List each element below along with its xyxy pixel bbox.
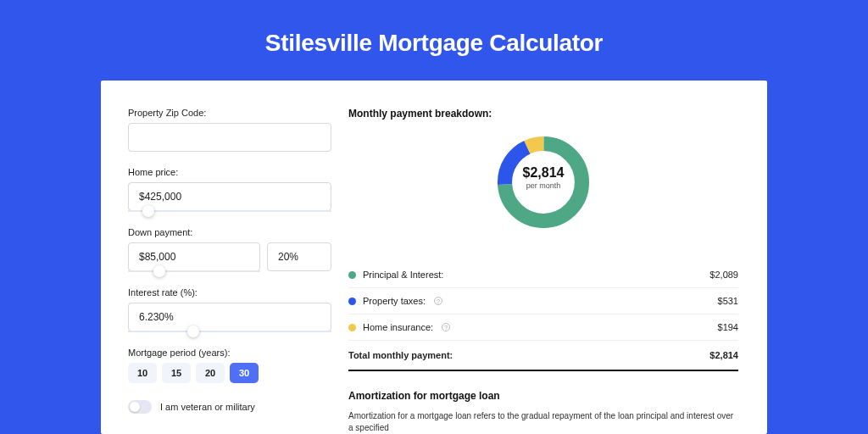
donut-chart: $2,814 per month [348, 131, 738, 243]
zip-label: Property Zip Code: [128, 108, 331, 118]
down-slider[interactable] [128, 270, 260, 272]
breakdown-row-amount: $194 [718, 322, 738, 332]
price-label: Home price: [128, 167, 331, 177]
donut-center-value: $2,814 [492, 165, 594, 181]
period-pill-15[interactable]: 15 [162, 363, 191, 383]
veteran-label: I am veteran or military [160, 402, 255, 412]
donut-center-sub: per month [492, 181, 594, 190]
price-input[interactable] [128, 182, 331, 211]
period-label: Mortgage period (years): [128, 348, 331, 358]
period-pill-30[interactable]: 30 [230, 363, 259, 383]
breakdown-row-amount: $2,089 [709, 270, 738, 280]
rate-label: Interest rate (%): [128, 287, 331, 298]
page-title: Stilesville Mortgage Calculator [0, 0, 868, 81]
breakdown-row-label: Property taxes: [363, 296, 426, 306]
breakdown-row-label: Home insurance: [363, 322, 433, 332]
price-slider[interactable] [128, 210, 331, 212]
down-pct-input[interactable] [267, 242, 331, 271]
veteran-toggle[interactable] [128, 400, 152, 414]
dot-icon [348, 298, 356, 305]
rate-field: Interest rate (%): [128, 287, 331, 332]
form-column: Property Zip Code: Home price: Down paym… [128, 108, 331, 434]
rate-input[interactable] [128, 303, 331, 331]
amortization-text: Amortization for a mortgage loan refers … [348, 410, 738, 434]
breakdown-row-total: Total monthly payment: $2,814 [348, 341, 738, 371]
period-pill-10[interactable]: 10 [128, 363, 157, 383]
zip-input[interactable] [128, 123, 331, 152]
breakdown-row-amount: $531 [718, 296, 738, 306]
breakdown-total-amount: $2,814 [709, 350, 738, 360]
dot-icon [348, 271, 356, 279]
period-field: Mortgage period (years): 10 15 20 30 [128, 348, 331, 383]
breakdown-title: Monthly payment breakdown: [348, 108, 738, 120]
down-input[interactable] [128, 242, 260, 271]
dot-icon [348, 324, 356, 331]
zip-field: Property Zip Code: [128, 108, 331, 152]
breakdown-total-label: Total monthly payment: [348, 350, 453, 360]
breakdown-row-tax: Property taxes: ? $531 [348, 288, 738, 314]
down-field: Down payment: [128, 227, 331, 272]
price-field: Home price: [128, 167, 331, 212]
period-pill-20[interactable]: 20 [196, 363, 225, 383]
price-slider-thumb[interactable] [142, 205, 154, 217]
breakdown-column: Monthly payment breakdown: $2,814 per mo… [348, 108, 738, 434]
veteran-row: I am veteran or military [128, 400, 331, 414]
down-label: Down payment: [128, 227, 331, 237]
rate-slider-thumb[interactable] [187, 326, 199, 337]
info-icon[interactable]: ? [442, 323, 450, 331]
amortization-title: Amortization for mortgage loan [348, 390, 738, 402]
calculator-card: Property Zip Code: Home price: Down paym… [101, 81, 767, 434]
info-icon[interactable]: ? [434, 297, 442, 305]
down-slider-thumb[interactable] [153, 265, 165, 277]
breakdown-row-label: Principal & Interest: [363, 270, 443, 280]
breakdown-row-pi: Principal & Interest: $2,089 [348, 262, 738, 288]
rate-slider[interactable] [128, 331, 331, 332]
breakdown-row-ins: Home insurance: ? $194 [348, 314, 738, 341]
